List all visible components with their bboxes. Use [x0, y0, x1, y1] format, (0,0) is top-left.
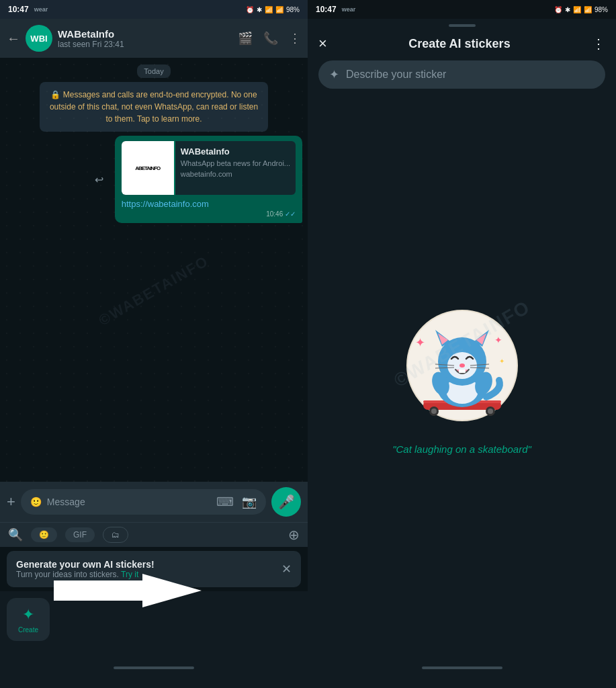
input-icons: ⌨ 📷	[216, 494, 257, 509]
phone-call-icon[interactable]: 📞	[263, 31, 278, 46]
sticker-tab[interactable]: 🗂	[103, 527, 128, 543]
camera-icon-input[interactable]: 📷	[242, 494, 257, 509]
read-receipt: ✓✓	[285, 210, 296, 218]
status-bar-left: 10:47 wear ⏰ ✱ 📶 📶 98%	[0, 0, 308, 19]
more-options-icon[interactable]: ⋮	[289, 31, 301, 46]
chat-area: ©WABETAINFO Today 🔒 Messages and calls a…	[0, 58, 308, 482]
link-preview-image: ABETAINFO	[122, 141, 175, 195]
signal-icon: 📶	[275, 6, 283, 13]
sticker-image: ✦ ✦ ✦	[395, 293, 529, 427]
add-sticker-pack-button[interactable]: ⊕	[288, 527, 300, 543]
time-left: 10:47	[8, 5, 29, 14]
arrow-annotation	[54, 574, 202, 607]
bottom-nav-left	[0, 648, 308, 688]
time-right: 10:47	[316, 5, 337, 14]
sticker-bar: 🔍 🙂 GIF 🗂 ⊕	[0, 522, 308, 547]
svg-point-3	[431, 408, 437, 414]
forward-icon[interactable]: ↩	[95, 173, 103, 186]
search-icon-bar[interactable]: 🔍	[8, 527, 23, 542]
link-preview[interactable]: ABETAINFO WABetaInfo WhatsApp beta news …	[122, 141, 296, 195]
contact-name: WABetaInfo	[58, 28, 232, 40]
emoji-icon-input[interactable]: 🙂	[30, 497, 42, 507]
ai-more-options[interactable]: ⋮	[592, 36, 605, 52]
home-indicator-left	[114, 666, 194, 669]
sticker-search-field[interactable]: ✦ Describe your sticker	[318, 60, 605, 89]
sticker-caption: "Cat laughing on a skateboard"	[392, 443, 531, 455]
link-preview-title: WABetaInfo	[181, 146, 290, 157]
contact-status: last seen Fri 23:41	[58, 40, 232, 49]
left-panel: 10:47 wear ⏰ ✱ 📶 📶 98% ← WBI WABetaInfo …	[0, 0, 308, 688]
sticker-display-area: ✦ ✦ ✦ "Cat laughing on a skateboard"	[308, 99, 616, 648]
wifi-icon: 📶	[265, 6, 273, 13]
mic-button[interactable]: 🎤	[271, 487, 301, 517]
create-icon: ✦	[22, 606, 34, 624]
svg-text:✦: ✦	[494, 335, 502, 345]
emoji-tab-icon: 🙂	[39, 530, 49, 540]
input-area: + 🙂 Message ⌨ 📷 🎤	[0, 482, 308, 522]
right-panel: ©WABETAINFO 10:47 wear ⏰ ✱ 📶 📶 98% × Cre…	[308, 0, 616, 688]
wifi-icon-right: 📶	[573, 6, 581, 13]
wear-label-left: wear	[34, 6, 48, 13]
mic-icon: 🎤	[278, 494, 295, 510]
wear-label-right: wear	[342, 6, 356, 13]
date-badge: Today	[137, 64, 170, 78]
alarm-icon-right: ⏰	[554, 6, 562, 13]
ai-banner-title: Generate your own AI stickers!	[16, 559, 155, 570]
message-input-field[interactable]: 🙂 Message ⌨ 📷	[21, 489, 266, 515]
arrow-shape	[54, 574, 202, 607]
status-icons-right: ⏰ ✱ 📶 📶 98%	[554, 6, 608, 13]
create-ai-sticker-button[interactable]: ✦ Create	[7, 598, 50, 641]
drag-handle	[449, 24, 476, 27]
svg-point-5	[488, 408, 493, 414]
link-preview-text: WABetaInfo WhatsApp beta news for Androi…	[175, 141, 296, 195]
ai-sticker-header: × Create AI stickers ⋮	[308, 32, 616, 60]
sticker-search-placeholder: Describe your sticker	[346, 69, 446, 81]
gif-tab[interactable]: GIF	[65, 527, 95, 542]
attach-button[interactable]: +	[7, 493, 15, 511]
link-url[interactable]: https://wabetainfo.com	[122, 199, 296, 209]
create-label: Create	[18, 626, 38, 634]
link-preview-domain: wabetainfo.com	[181, 170, 290, 178]
message-bubble: ABETAINFO WABetaInfo WhatsApp beta news …	[115, 136, 302, 223]
contact-info[interactable]: WABetaInfo last seen Fri 23:41	[58, 28, 232, 49]
chat-header: ← WBI WABetaInfo last seen Fri 23:41 🎬 📞…	[0, 19, 308, 58]
input-placeholder: Message	[47, 497, 211, 507]
ai-sticker-title: Create AI stickers	[408, 37, 510, 51]
back-button[interactable]: ←	[7, 31, 20, 46]
close-ai-button[interactable]: ×	[318, 35, 327, 52]
svg-text:✦: ✦	[499, 357, 504, 365]
message-time: 10:46 ✓✓	[122, 210, 296, 218]
status-bar-right: 10:47 wear ⏰ ✱ 📶 📶 98%	[308, 0, 616, 19]
bluetooth-icon-right: ✱	[565, 6, 570, 13]
svg-text:✦: ✦	[415, 336, 425, 349]
bottom-nav-right	[308, 648, 616, 688]
home-indicator-right	[422, 666, 502, 669]
status-time-right: 10:47 wear	[316, 5, 355, 14]
svg-point-15	[459, 363, 465, 368]
video-call-icon[interactable]: 🎬	[238, 31, 253, 46]
gif-tab-label: GIF	[73, 530, 87, 540]
sticker-tab-icon: 🗂	[112, 530, 120, 540]
sparkle-icon: ✦	[329, 67, 339, 82]
left-watermark: ©WABETAINFO	[96, 253, 212, 330]
close-banner-button[interactable]: ✕	[281, 562, 292, 576]
header-icons: 🎬 📞 ⋮	[238, 31, 301, 46]
battery-right: 98%	[595, 6, 608, 13]
signal-icon-right: 📶	[584, 6, 592, 13]
svg-rect-17	[462, 370, 466, 373]
battery-left: 98%	[286, 6, 300, 13]
link-preview-desc: WhatsApp beta news for Androi...	[181, 159, 290, 167]
status-time-left: 10:47 wear	[8, 5, 48, 14]
status-icons-left: ⏰ ✱ 📶 📶 98%	[246, 6, 300, 13]
keyboard-icon[interactable]: ⌨	[216, 494, 234, 509]
encryption-notice[interactable]: 🔒 Messages and calls are end-to-end encr…	[40, 82, 268, 132]
emoji-tab[interactable]: 🙂	[31, 527, 57, 542]
bluetooth-icon: ✱	[257, 6, 262, 13]
alarm-icon: ⏰	[246, 6, 254, 13]
contact-avatar: WBI	[26, 25, 52, 52]
